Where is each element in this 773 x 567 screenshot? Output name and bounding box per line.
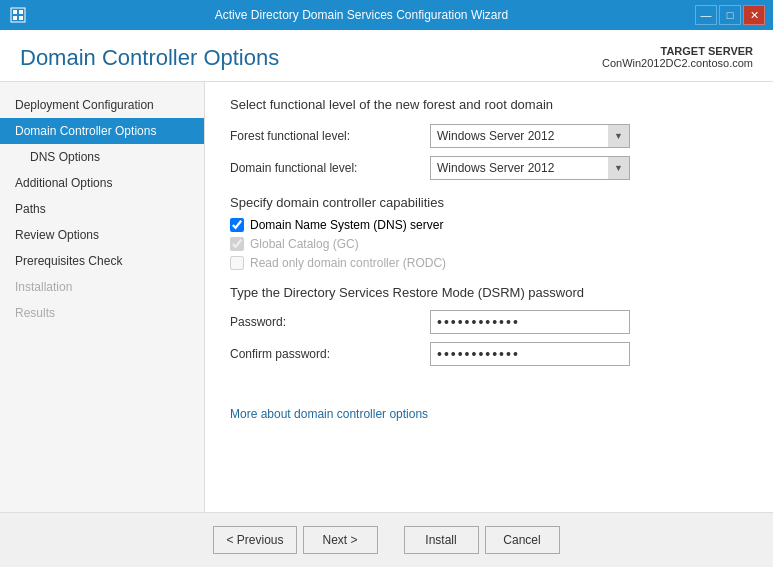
forest-functional-level-control: Windows Server 2003 Windows Server 2008 …: [430, 124, 748, 148]
password-label: Password:: [230, 315, 430, 329]
more-link[interactable]: More about domain controller options: [230, 407, 428, 421]
domain-functional-level-control: Windows Server 2003 Windows Server 2008 …: [430, 156, 748, 180]
sidebar-item-additional-options[interactable]: Additional Options: [0, 170, 204, 196]
password-row: Password:: [230, 310, 748, 334]
page-title: Domain Controller Options: [20, 45, 279, 71]
password-control: [430, 310, 748, 334]
content-area: Deployment Configuration Domain Controll…: [0, 82, 773, 512]
sidebar: Deployment Configuration Domain Controll…: [0, 82, 205, 512]
sidebar-item-domain-controller-options[interactable]: Domain Controller Options: [0, 118, 204, 144]
window-controls: — □ ✕: [695, 5, 765, 25]
domain-functional-level-row: Domain functional level: Windows Server …: [230, 156, 748, 180]
target-server-label: TARGET SERVER: [602, 45, 753, 57]
title-bar: Active Directory Domain Services Configu…: [0, 0, 773, 30]
gc-label: Global Catalog (GC): [250, 237, 359, 251]
gc-checkbox: [230, 237, 244, 251]
dsrm-title: Type the Directory Services Restore Mode…: [230, 285, 748, 300]
sidebar-item-installation: Installation: [0, 274, 204, 300]
sidebar-item-deployment-configuration[interactable]: Deployment Configuration: [0, 92, 204, 118]
svg-rect-1: [13, 10, 17, 14]
cancel-button[interactable]: Cancel: [485, 526, 560, 554]
svg-rect-2: [19, 10, 23, 14]
previous-button[interactable]: < Previous: [213, 526, 296, 554]
install-button[interactable]: Install: [404, 526, 479, 554]
dns-checkbox-row: Domain Name System (DNS) server: [230, 218, 748, 232]
forest-functional-level-row: Forest functional level: Windows Server …: [230, 124, 748, 148]
footer: < Previous Next > Install Cancel: [0, 512, 773, 567]
sidebar-item-results: Results: [0, 300, 204, 326]
window-title: Active Directory Domain Services Configu…: [28, 8, 695, 22]
svg-rect-4: [19, 16, 23, 20]
sidebar-item-paths[interactable]: Paths: [0, 196, 204, 222]
forest-functional-level-select[interactable]: Windows Server 2003 Windows Server 2008 …: [430, 124, 630, 148]
forest-functional-level-dropdown-container: Windows Server 2003 Windows Server 2008 …: [430, 124, 630, 148]
capabilities-section: Specify domain controller capabilities D…: [230, 195, 748, 270]
target-server-info: TARGET SERVER ConWin2012DC2.contoso.com: [602, 45, 753, 69]
confirm-password-row: Confirm password:: [230, 342, 748, 366]
app-icon: [8, 5, 28, 25]
minimize-button[interactable]: —: [695, 5, 717, 25]
rodc-checkbox: [230, 256, 244, 270]
confirm-password-label: Confirm password:: [230, 347, 430, 361]
confirm-password-input[interactable]: [430, 342, 630, 366]
domain-functional-level-dropdown-container: Windows Server 2003 Windows Server 2008 …: [430, 156, 630, 180]
next-button[interactable]: Next >: [303, 526, 378, 554]
header: Domain Controller Options TARGET SERVER …: [0, 30, 773, 82]
sidebar-item-prerequisites-check[interactable]: Prerequisites Check: [0, 248, 204, 274]
maximize-button[interactable]: □: [719, 5, 741, 25]
functional-level-section-title: Select functional level of the new fores…: [230, 97, 748, 112]
main-content: Select functional level of the new fores…: [205, 82, 773, 512]
close-button[interactable]: ✕: [743, 5, 765, 25]
confirm-password-control: [430, 342, 748, 366]
password-input[interactable]: [430, 310, 630, 334]
gc-checkbox-row: Global Catalog (GC): [230, 237, 748, 251]
rodc-label: Read only domain controller (RODC): [250, 256, 446, 270]
main-window: Domain Controller Options TARGET SERVER …: [0, 30, 773, 567]
svg-rect-3: [13, 16, 17, 20]
forest-functional-level-label: Forest functional level:: [230, 129, 430, 143]
dns-checkbox[interactable]: [230, 218, 244, 232]
sidebar-item-dns-options[interactable]: DNS Options: [0, 144, 204, 170]
rodc-checkbox-row: Read only domain controller (RODC): [230, 256, 748, 270]
domain-functional-level-select[interactable]: Windows Server 2003 Windows Server 2008 …: [430, 156, 630, 180]
target-server-name: ConWin2012DC2.contoso.com: [602, 57, 753, 69]
sidebar-item-review-options[interactable]: Review Options: [0, 222, 204, 248]
domain-functional-level-label: Domain functional level:: [230, 161, 430, 175]
capabilities-title: Specify domain controller capabilities: [230, 195, 748, 210]
dsrm-section: Type the Directory Services Restore Mode…: [230, 285, 748, 366]
dns-label[interactable]: Domain Name System (DNS) server: [250, 218, 443, 232]
